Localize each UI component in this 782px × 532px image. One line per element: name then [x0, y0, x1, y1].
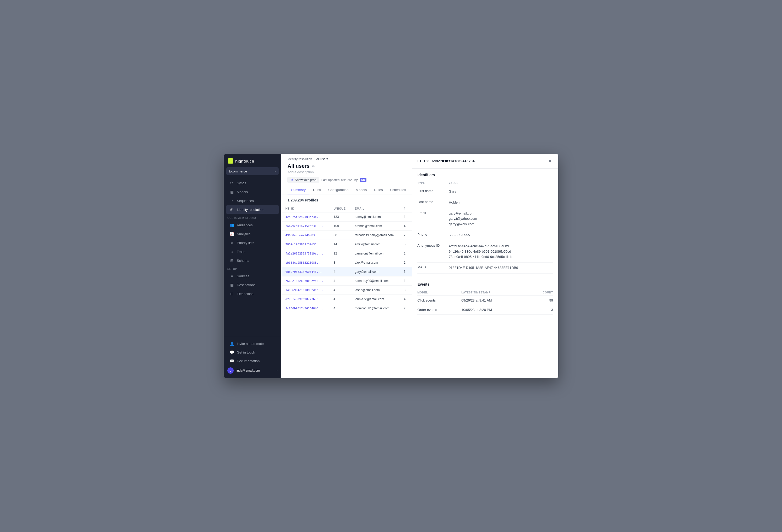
cell-count: 2	[400, 304, 412, 313]
sidebar-item-invite[interactable]: 👤 Invite a teammate	[226, 340, 279, 348]
customer-studio-label: CUSTOMER STUDIO	[224, 214, 281, 220]
cell-ht-id: 6dd2703831a7605443...	[281, 267, 329, 277]
sidebar-item-label: Extensions	[237, 292, 253, 296]
cell-ht-id: 49660ecce477d6983...	[281, 231, 329, 240]
cell-ht-id: bb668ca95563216088...	[281, 258, 329, 267]
cell-count: 5	[400, 240, 412, 249]
cell-email: cameron@email.com	[351, 249, 400, 258]
page-title-row: All users ✏	[287, 163, 405, 169]
sidebar-item-sources[interactable]: ≡ Sources	[226, 272, 279, 280]
cell-email: danny@email.com	[351, 212, 400, 221]
cell-unique: 58	[329, 231, 351, 240]
cell-count: 23	[400, 231, 412, 240]
sidebar-item-label: Priority lists	[237, 241, 254, 245]
tab-runs[interactable]: Runs	[310, 186, 325, 194]
identifier-value: gary@email.comgary.t@yahoo.comgerry@work…	[449, 208, 553, 230]
sidebar-item-analytics[interactable]: 📈 Analytics	[226, 230, 279, 238]
events-timestamp-col: LATEST TIMESTAMP	[461, 289, 530, 296]
sidebar: hightouch Ecommerce ▾ ⟳ Syncs ▦ Models →…	[224, 154, 281, 378]
sidebar-item-sequences[interactable]: → Sequences	[226, 197, 279, 205]
edit-icon[interactable]: ✏	[312, 164, 315, 168]
cell-ht-id: 14156914c1670d32dea...	[281, 286, 329, 295]
table-row[interactable]: 7807c1983801f39d33... 14 emilio@email.co…	[281, 240, 412, 249]
close-button[interactable]: ✕	[547, 158, 553, 164]
cell-unique: 133	[329, 212, 351, 221]
tab-models[interactable]: Models	[352, 186, 370, 194]
table-row[interactable]: 4c4825f8e42403a73c... 133 danny@email.co…	[281, 212, 412, 221]
table-row[interactable]: 14156914c1670d32dea... 4 jason@email.com…	[281, 286, 412, 295]
sidebar-item-extensions[interactable]: ⊟ Extensions	[226, 289, 279, 298]
sidebar-item-traits[interactable]: ◇ Traits	[226, 247, 279, 256]
source-badge[interactable]: ❄ Snowflake prod	[287, 177, 319, 183]
sidebar-item-label: Schema	[237, 259, 249, 262]
table-row[interactable]: bb668ca95563216088... 8 alex@email.com 1	[281, 258, 412, 267]
models-icon: ▦	[229, 190, 234, 194]
event-model: Order events	[417, 305, 461, 314]
sidebar-item-label: Get in touch	[237, 350, 255, 354]
table-row[interactable]: bab79ed11a715ccf3c8... 108 brenda@email.…	[281, 221, 412, 231]
sidebar-item-label: Invite a teammate	[237, 342, 264, 346]
cell-count: 3	[400, 286, 412, 295]
sidebar-item-destinations[interactable]: ▦ Destinations	[226, 281, 279, 289]
snowflake-icon: ❄	[290, 178, 293, 182]
profiles-count: 1,209,284 Profiles	[281, 194, 412, 205]
tab-summary[interactable]: Summary	[287, 186, 310, 194]
sidebar-item-models[interactable]: ▦ Models	[226, 188, 279, 196]
col-header-ht-id: HT_ID	[281, 205, 329, 212]
sidebar-item-documentation[interactable]: 📖 Documentation	[226, 357, 279, 365]
identifier-type: MAID	[417, 262, 449, 274]
sidebar-item-schema[interactable]: ⊞ Schema	[226, 256, 279, 265]
table-row[interactable]: c666e113ee370c8cf43... 4 hannah.y89@emai…	[281, 277, 412, 286]
user-row[interactable]: L linda@email.com ›	[224, 365, 281, 376]
sidebar-item-priority-lists[interactable]: ◈ Priority lists	[226, 239, 279, 247]
cell-ht-id: bab79ed11a715ccf3c8...	[281, 221, 329, 231]
sidebar-item-label: Audiences	[237, 223, 253, 227]
sidebar-item-get-in-touch[interactable]: 💬 Get in touch	[226, 348, 279, 356]
cell-count: 4	[400, 221, 412, 231]
page-description[interactable]: Add a description...	[287, 170, 405, 174]
sidebar-item-label: Identity resolution	[237, 208, 263, 212]
identifier-row: First name Gary	[417, 186, 553, 197]
events-model-col: MODEL	[417, 289, 461, 296]
events-heading: Events	[417, 282, 553, 286]
tab-schedules[interactable]: Schedules	[386, 186, 410, 194]
table-row[interactable]: 49660ecce477d6983... 58 fernado.t9.nelly…	[281, 231, 412, 240]
col-header-count: #	[400, 205, 412, 212]
table-row[interactable]: 6dd2703831a7605443... 4 gary@email.com 3	[281, 267, 412, 277]
events-table: MODEL LATEST TIMESTAMP COUNT Click event…	[417, 289, 553, 315]
sidebar-item-identity-resolution[interactable]: ◎ Identity resolution	[226, 205, 279, 214]
identifier-value: 4fdfb0fc-c4b4-4cbe-a47d-f5ec5c35e6b964c2…	[449, 241, 553, 262]
identity-resolution-icon: ◎	[229, 208, 234, 212]
event-timestamp: 09/26/23 at 9:41 AM	[461, 295, 530, 305]
sidebar-item-syncs[interactable]: ⟳ Syncs	[226, 179, 279, 187]
sidebar-item-label: Destinations	[237, 283, 256, 287]
logo: hightouch	[224, 154, 281, 167]
cell-unique: 108	[329, 221, 351, 231]
sidebar-item-audiences[interactable]: 👥 Audiences	[226, 221, 279, 229]
priority-lists-icon: ◈	[229, 241, 234, 245]
identifiers-section: Identifiers TYPE VALUE First name Gary L…	[412, 169, 558, 278]
identifier-type: Phone	[417, 230, 449, 241]
table-row[interactable]: 3c600b9817c361648b8... 4 monica1881@emai…	[281, 304, 412, 313]
schema-icon: ⊞	[229, 258, 234, 262]
event-count: 3	[530, 305, 553, 314]
cell-count: 1	[400, 258, 412, 267]
tab-rules[interactable]: Rules	[370, 186, 386, 194]
identifier-row: MAID 918F1D4F-D195-4A8B-AF47-44683FE11DB…	[417, 262, 553, 274]
setup-label: SETUP	[224, 265, 281, 272]
workspace-selector[interactable]: Ecommerce ▾	[226, 167, 279, 175]
breadcrumb-parent[interactable]: Identity resolution	[287, 157, 312, 161]
table-row[interactable]: d27cfed992598c27bd8... 4 lonnie72@email.…	[281, 295, 412, 304]
panel-header: HT_ID: 6dd2703831a7605443234 ✕	[412, 154, 558, 169]
identifier-value: 555-555-5555	[449, 230, 553, 241]
tab-configuration[interactable]: Configuration	[325, 186, 352, 194]
cell-unique: 4	[329, 286, 351, 295]
last-updated: Last updated: 09/05/23 by	[321, 178, 358, 182]
cell-count: 3	[400, 267, 412, 277]
table-row[interactable]: fa1e26802563f3919ac... 12 cameron@email.…	[281, 249, 412, 258]
invite-icon: 👤	[229, 342, 234, 346]
logo-mark	[228, 158, 233, 164]
cell-unique: 4	[329, 267, 351, 277]
profiles-table: HT_ID UNIQUE EMAIL # 4c4825f8e42403a73c.…	[281, 205, 412, 313]
identifier-value: 918F1D4F-D195-4A8B-AF47-44683FE11DB9	[449, 262, 553, 274]
